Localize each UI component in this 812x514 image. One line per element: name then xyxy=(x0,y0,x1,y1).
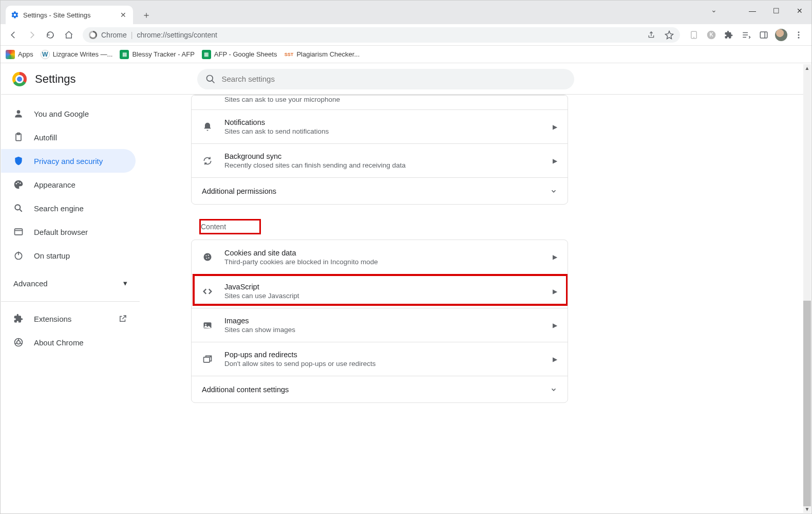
row-title: Cookies and site data xyxy=(224,249,541,257)
site-info-icon[interactable] xyxy=(89,31,97,39)
row-cookies[interactable]: Cookies and site dataThird-party cookies… xyxy=(192,240,568,274)
address-bar[interactable]: Chrome | chrome://settings/content xyxy=(83,27,680,43)
cookie-icon xyxy=(202,252,213,262)
svg-point-14 xyxy=(15,205,20,210)
sidebar-item-search[interactable]: Search engine xyxy=(1,196,136,220)
sheets-icon: ▦ xyxy=(202,50,211,59)
sidebar-item-privacy[interactable]: Privacy and security xyxy=(1,149,136,173)
reader-icon[interactable] xyxy=(686,27,702,43)
kebab-menu-icon[interactable] xyxy=(791,27,806,43)
bookmark-label: AFP - Google Sheets xyxy=(214,50,277,58)
side-panel-icon[interactable] xyxy=(756,27,771,43)
sidebar-item-autofill[interactable]: Autofill xyxy=(1,125,136,149)
power-icon xyxy=(13,250,24,261)
back-button[interactable] xyxy=(6,27,21,43)
row-popups[interactable]: Pop-ups and redirectsDon't allow sites t… xyxy=(192,342,568,376)
row-microphone-partial[interactable]: Sites can ask to use your microphone xyxy=(192,95,568,109)
row-additional-content[interactable]: Additional content settings xyxy=(192,376,568,402)
content-section-label: Content xyxy=(199,219,261,234)
profile-avatar[interactable] xyxy=(773,27,789,43)
page-scrollbar-track[interactable]: ▲ ▼ xyxy=(803,64,811,513)
puzzle-icon xyxy=(13,314,24,324)
row-description: Recently closed sites can finish sending… xyxy=(224,161,541,169)
shield-icon xyxy=(13,156,24,166)
bookmark-item[interactable]: WLizgrace Writes —... xyxy=(41,50,113,59)
close-tab-icon[interactable]: ✕ xyxy=(119,11,128,19)
chevron-right-icon: ▶ xyxy=(553,123,557,131)
forward-button[interactable] xyxy=(24,27,40,43)
media-icon[interactable] xyxy=(739,27,754,43)
wordpress-icon: W xyxy=(41,50,50,59)
search-settings[interactable] xyxy=(197,69,574,89)
popup-icon xyxy=(202,354,213,364)
gear-icon xyxy=(11,11,19,19)
scroll-up-icon[interactable]: ▲ xyxy=(803,64,811,72)
scroll-thumb[interactable] xyxy=(803,301,811,506)
clipboard-icon xyxy=(13,132,24,142)
extensions-icon[interactable] xyxy=(721,27,737,43)
row-images[interactable]: ImagesSites can show images ▶ xyxy=(192,308,568,342)
row-additional-permissions[interactable]: Additional permissions xyxy=(192,177,568,204)
svg-point-13 xyxy=(20,182,21,184)
bookmark-item[interactable]: ▦Blessy Tracker - AFP xyxy=(120,50,194,59)
browser-tab[interactable]: Settings - Site Settings ✕ xyxy=(6,6,133,24)
maximize-button[interactable]: ☐ xyxy=(764,1,788,21)
tab-title: Settings - Site Settings xyxy=(23,11,115,19)
svg-point-5 xyxy=(798,34,800,35)
chevron-right-icon: ▶ xyxy=(553,322,557,329)
sidebar-item-default[interactable]: Default browser xyxy=(1,220,136,244)
k-badge-icon[interactable]: K xyxy=(704,27,719,43)
close-window-button[interactable]: ✕ xyxy=(788,1,811,21)
settings-sidebar: You and Google Autofill Privacy and secu… xyxy=(1,95,140,513)
tabs-dropdown-icon[interactable]: ⌄ xyxy=(711,6,717,14)
svg-point-21 xyxy=(208,255,209,256)
sidebar-item-about[interactable]: About Chrome xyxy=(1,331,140,354)
reload-button[interactable] xyxy=(43,27,58,43)
bookmark-star-icon[interactable] xyxy=(665,30,674,40)
svg-rect-15 xyxy=(15,229,23,235)
svg-point-18 xyxy=(17,341,21,344)
row-notifications[interactable]: NotificationsSites can ask to send notif… xyxy=(192,109,568,143)
svg-point-20 xyxy=(205,255,206,256)
chrome-outline-icon xyxy=(13,337,24,347)
sync-icon xyxy=(202,156,213,166)
sidebar-item-appearance[interactable]: Appearance xyxy=(1,173,136,196)
permissions-card: Sites can ask to use your microphone Not… xyxy=(191,95,568,205)
svg-point-22 xyxy=(206,258,207,259)
row-description: Don't allow sites to send pop-ups or use… xyxy=(224,360,541,368)
bookmarks-bar: Apps WLizgrace Writes —... ▦Blessy Track… xyxy=(1,46,811,63)
bookmark-label: Plagiarism Checker... xyxy=(296,50,360,58)
person-icon xyxy=(13,108,24,119)
new-tab-button[interactable]: ＋ xyxy=(139,8,154,22)
svg-point-6 xyxy=(798,36,800,38)
row-background-sync[interactable]: Background syncRecently closed sites can… xyxy=(192,143,568,177)
sidebar-item-extensions[interactable]: Extensions xyxy=(1,307,140,331)
share-icon[interactable] xyxy=(647,31,655,39)
sidebar-item-label: Appearance xyxy=(34,180,75,189)
settings-main: Sites can ask to use your microphone Not… xyxy=(140,95,803,513)
row-title: JavaScript xyxy=(224,283,541,291)
sidebar-item-label: Advanced xyxy=(13,279,48,288)
image-icon xyxy=(202,320,213,331)
sidebar-item-startup[interactable]: On startup xyxy=(1,244,136,267)
bookmark-label: Blessy Tracker - AFP xyxy=(132,50,194,58)
search-input[interactable] xyxy=(222,75,566,83)
row-javascript[interactable]: JavaScriptSites can use Javascript ▶ xyxy=(192,274,568,308)
scroll-down-icon[interactable]: ▼ xyxy=(803,505,811,513)
chevron-down-icon xyxy=(550,188,557,195)
address-separator: | xyxy=(131,31,133,39)
bookmark-item[interactable]: ▦AFP - Google Sheets xyxy=(202,50,277,59)
sidebar-item-you[interactable]: You and Google xyxy=(1,102,136,125)
home-button[interactable] xyxy=(61,27,77,43)
minimize-button[interactable]: — xyxy=(741,1,764,21)
svg-point-11 xyxy=(16,183,17,185)
search-icon xyxy=(13,203,24,213)
bookmark-apps[interactable]: Apps xyxy=(6,50,33,59)
sidebar-item-label: Default browser xyxy=(34,228,88,236)
row-description: Sites can use Javascript xyxy=(224,292,541,300)
svg-point-23 xyxy=(208,258,209,259)
bookmark-label: Lizgrace Writes —... xyxy=(53,50,113,58)
divider xyxy=(1,301,140,302)
bookmark-item[interactable]: SSTPlagiarism Checker... xyxy=(284,50,360,59)
sidebar-item-advanced[interactable]: Advanced▾ xyxy=(1,270,140,296)
